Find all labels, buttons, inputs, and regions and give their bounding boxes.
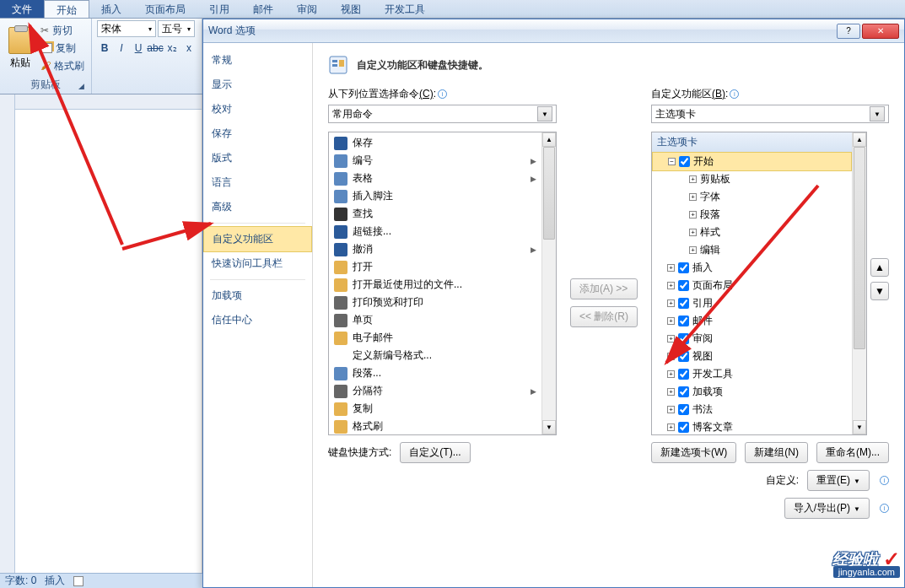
- tree-child-item[interactable]: +编辑: [652, 241, 852, 259]
- macro-record-icon[interactable]: [73, 576, 83, 586]
- nav-item[interactable]: 版式: [203, 146, 312, 170]
- tree-item[interactable]: +引用: [652, 294, 852, 312]
- expander-icon[interactable]: +: [689, 193, 697, 201]
- format-painter-button[interactable]: 🖌格式刷: [39, 58, 86, 74]
- scroll-up-button[interactable]: ▲: [853, 132, 866, 147]
- expander-icon[interactable]: +: [689, 229, 697, 236]
- command-item[interactable]: 定义新编号格式...: [331, 347, 540, 364]
- command-item[interactable]: 格式刷: [331, 418, 540, 434]
- tab-checkbox[interactable]: [679, 156, 690, 167]
- bold-button[interactable]: B: [97, 40, 112, 56]
- tab-checkbox[interactable]: [678, 351, 689, 362]
- expander-icon[interactable]: +: [667, 299, 675, 307]
- tab-checkbox[interactable]: [678, 369, 689, 380]
- command-item[interactable]: 分隔符▶: [331, 382, 540, 400]
- commands-scrollbar[interactable]: ▲ ▼: [541, 132, 556, 434]
- import-export-button[interactable]: 导入/导出(P)▼: [784, 498, 870, 519]
- tab-checkbox[interactable]: [678, 422, 689, 433]
- command-item[interactable]: 打印预览和打印: [331, 294, 540, 311]
- tree-child-item[interactable]: +剪贴板: [652, 170, 852, 188]
- expander-icon[interactable]: +: [689, 246, 697, 254]
- command-item[interactable]: 打开: [331, 258, 540, 276]
- ribbon-tab-2[interactable]: 插入: [89, 0, 133, 18]
- new-group-button[interactable]: 新建组(N): [745, 442, 808, 463]
- expander-icon[interactable]: +: [667, 423, 675, 431]
- nav-item[interactable]: 保存: [203, 121, 312, 146]
- help-icon[interactable]: i: [438, 89, 447, 99]
- ribbon-tab-1[interactable]: 开始: [44, 0, 89, 18]
- remove-button[interactable]: << 删除(R): [570, 306, 638, 327]
- tree-item[interactable]: +插入: [652, 259, 852, 277]
- ribbon-tab-0[interactable]: 文件: [0, 0, 44, 18]
- expander-icon[interactable]: +: [667, 406, 675, 413]
- command-item[interactable]: 插入脚注: [331, 187, 540, 205]
- copy-button[interactable]: 复制: [39, 40, 86, 57]
- scroll-down-button[interactable]: ▼: [853, 420, 866, 434]
- ribbon-tab-5[interactable]: 邮件: [241, 0, 285, 18]
- expander-icon[interactable]: −: [668, 158, 676, 165]
- expander-icon[interactable]: +: [667, 370, 675, 378]
- tree-child-item[interactable]: +段落: [652, 206, 852, 224]
- command-item[interactable]: 编号▶: [331, 152, 540, 170]
- help-icon[interactable]: i: [880, 504, 889, 513]
- strike-button[interactable]: abc: [148, 40, 163, 56]
- tab-checkbox[interactable]: [678, 262, 689, 273]
- command-item[interactable]: 段落...: [331, 364, 540, 382]
- tree-item[interactable]: +加载项: [652, 383, 852, 401]
- help-icon[interactable]: i: [730, 89, 739, 99]
- command-item[interactable]: 单页: [331, 311, 540, 329]
- close-button[interactable]: ✕: [862, 24, 899, 39]
- expander-icon[interactable]: +: [667, 388, 675, 396]
- nav-item[interactable]: 自定义功能区: [203, 226, 312, 252]
- new-tab-button[interactable]: 新建选项卡(W): [651, 442, 736, 463]
- font-name-select[interactable]: 宋体▾: [97, 20, 156, 37]
- tree-item[interactable]: +开发工具: [652, 365, 852, 383]
- tree-item[interactable]: +博客文章: [652, 418, 852, 434]
- nav-item[interactable]: 加载项: [203, 283, 312, 308]
- expander-icon[interactable]: +: [689, 175, 697, 183]
- move-down-button[interactable]: ▼: [870, 282, 889, 300]
- underline-button[interactable]: U: [131, 40, 146, 56]
- command-item[interactable]: 超链接...: [331, 223, 540, 240]
- help-icon[interactable]: i: [880, 476, 889, 485]
- reset-button[interactable]: 重置(E)▼: [807, 470, 870, 491]
- tab-checkbox[interactable]: [678, 280, 689, 291]
- command-item[interactable]: 电子邮件: [331, 329, 540, 347]
- command-item[interactable]: 保存: [331, 134, 540, 152]
- tree-child-item[interactable]: +字体: [652, 188, 852, 206]
- nav-item[interactable]: 高级: [203, 195, 312, 219]
- expander-icon[interactable]: +: [667, 264, 675, 272]
- tree-item[interactable]: +页面布局: [652, 277, 852, 294]
- ribbon-tab-8[interactable]: 开发工具: [373, 0, 437, 18]
- scroll-thumb[interactable]: [854, 147, 865, 349]
- nav-item[interactable]: 快速访问工具栏: [203, 251, 312, 276]
- expander-icon[interactable]: +: [667, 317, 675, 325]
- expander-icon[interactable]: +: [689, 211, 697, 218]
- tree-item[interactable]: +书法: [652, 401, 852, 418]
- tree-scrollbar[interactable]: ▲ ▼: [852, 132, 866, 434]
- ribbon-tab-3[interactable]: 页面布局: [133, 0, 197, 18]
- ribbon-tab-4[interactable]: 引用: [197, 0, 241, 18]
- commands-listbox[interactable]: 保存编号▶表格▶插入脚注查找超链接...撤消▶打开打开最近使用过的文件...打印…: [328, 132, 557, 435]
- cut-button[interactable]: ✂剪切: [39, 23, 86, 39]
- ribbon-scope-select[interactable]: 主选项卡▼: [651, 105, 889, 123]
- superscript-button[interactable]: x: [181, 40, 197, 56]
- add-button[interactable]: 添加(A) >>: [570, 278, 638, 299]
- expander-icon[interactable]: +: [667, 282, 675, 289]
- clipboard-launcher[interactable]: ◢: [76, 82, 86, 92]
- ribbon-tree[interactable]: 主选项卡−开始+剪贴板+字体+段落+样式+编辑+插入+页面布局+引用+邮件+审阅…: [651, 132, 867, 435]
- nav-item[interactable]: 校对: [203, 97, 312, 121]
- tab-checkbox[interactable]: [678, 333, 689, 344]
- expander-icon[interactable]: +: [667, 353, 675, 360]
- subscript-button[interactable]: x₂: [164, 40, 180, 56]
- command-item[interactable]: 撤消▶: [331, 240, 540, 258]
- command-item[interactable]: 表格▶: [331, 170, 540, 187]
- tab-checkbox[interactable]: [678, 316, 689, 326]
- insert-mode[interactable]: 插入: [45, 574, 65, 588]
- customize-keyboard-button[interactable]: 自定义(T)...: [400, 442, 470, 463]
- expander-icon[interactable]: +: [667, 335, 675, 343]
- move-up-button[interactable]: ▲: [870, 258, 889, 277]
- dialog-titlebar[interactable]: Word 选项 ? ✕: [203, 19, 904, 43]
- font-size-select[interactable]: 五号▾: [158, 20, 195, 37]
- tab-checkbox[interactable]: [678, 298, 689, 309]
